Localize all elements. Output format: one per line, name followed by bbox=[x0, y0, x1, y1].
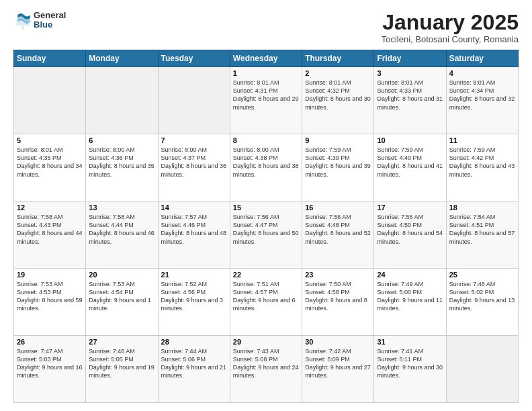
week-row-4: 19Sunrise: 7:53 AMSunset: 4:53 PMDayligh… bbox=[14, 269, 519, 336]
day-info: Sunrise: 7:50 AMSunset: 4:58 PMDaylight:… bbox=[305, 280, 371, 313]
day-number: 16 bbox=[305, 203, 371, 212]
day-number: 14 bbox=[161, 203, 227, 212]
day-info: Sunrise: 8:01 AMSunset: 4:34 PMDaylight:… bbox=[449, 79, 515, 111]
calendar-cell: 20Sunrise: 7:53 AMSunset: 4:54 PMDayligh… bbox=[86, 269, 158, 336]
day-number: 6 bbox=[89, 136, 154, 144]
page: General Blue January 2025 Tocileni, Boto… bbox=[0, 0, 532, 411]
calendar-cell: 29Sunrise: 7:43 AMSunset: 5:08 PMDayligh… bbox=[230, 336, 302, 403]
calendar-cell: 4Sunrise: 8:01 AMSunset: 4:34 PMDaylight… bbox=[446, 67, 518, 134]
calendar-table: SundayMondayTuesdayWednesdayThursdayFrid… bbox=[13, 50, 519, 403]
calendar-cell: 28Sunrise: 7:44 AMSunset: 5:06 PMDayligh… bbox=[158, 336, 230, 403]
day-info: Sunrise: 7:57 AMSunset: 4:46 PMDaylight:… bbox=[161, 213, 227, 246]
week-row-2: 5Sunrise: 8:01 AMSunset: 4:35 PMDaylight… bbox=[14, 134, 519, 201]
day-info: Sunrise: 7:59 AMSunset: 4:42 PMDaylight:… bbox=[449, 146, 515, 179]
day-info: Sunrise: 7:56 AMSunset: 4:48 PMDaylight:… bbox=[305, 213, 371, 246]
calendar-cell bbox=[86, 67, 158, 134]
location-subtitle: Tocileni, Botosani County, Romania bbox=[382, 34, 519, 44]
day-number: 2 bbox=[305, 69, 371, 77]
calendar-cell: 1Sunrise: 8:01 AMSunset: 4:31 PMDaylight… bbox=[230, 67, 302, 134]
logo-blue: Blue bbox=[34, 20, 66, 30]
day-number: 23 bbox=[305, 271, 371, 279]
day-info: Sunrise: 7:54 AMSunset: 4:51 PMDaylight:… bbox=[449, 213, 515, 246]
calendar-cell: 14Sunrise: 7:57 AMSunset: 4:46 PMDayligh… bbox=[158, 201, 230, 269]
day-info: Sunrise: 7:48 AMSunset: 5:02 PMDaylight:… bbox=[449, 280, 515, 313]
day-info: Sunrise: 7:51 AMSunset: 4:57 PMDaylight:… bbox=[233, 280, 299, 313]
day-info: Sunrise: 7:53 AMSunset: 4:54 PMDaylight:… bbox=[89, 280, 154, 313]
day-number: 11 bbox=[449, 136, 515, 144]
day-number: 22 bbox=[233, 271, 299, 279]
day-number: 26 bbox=[17, 338, 83, 346]
weekday-header-row: SundayMondayTuesdayWednesdayThursdayFrid… bbox=[14, 50, 519, 67]
calendar-cell: 7Sunrise: 8:00 AMSunset: 4:37 PMDaylight… bbox=[158, 134, 230, 201]
day-info: Sunrise: 7:55 AMSunset: 4:50 PMDaylight:… bbox=[377, 213, 443, 246]
calendar-cell: 24Sunrise: 7:49 AMSunset: 5:00 PMDayligh… bbox=[374, 269, 446, 336]
day-number: 25 bbox=[449, 271, 515, 279]
weekday-header-sunday: Sunday bbox=[14, 50, 86, 67]
calendar-cell: 22Sunrise: 7:51 AMSunset: 4:57 PMDayligh… bbox=[230, 269, 302, 336]
day-info: Sunrise: 7:47 AMSunset: 5:03 PMDaylight:… bbox=[17, 347, 83, 380]
day-number: 10 bbox=[377, 136, 443, 144]
calendar-cell: 15Sunrise: 7:56 AMSunset: 4:47 PMDayligh… bbox=[230, 201, 302, 269]
calendar-cell: 23Sunrise: 7:50 AMSunset: 4:58 PMDayligh… bbox=[302, 269, 374, 336]
day-number: 1 bbox=[233, 69, 299, 77]
day-info: Sunrise: 7:56 AMSunset: 4:47 PMDaylight:… bbox=[233, 213, 299, 246]
title-block: January 2025 Tocileni, Botosani County, … bbox=[382, 11, 519, 44]
day-number: 13 bbox=[89, 203, 154, 212]
weekday-header-friday: Friday bbox=[374, 50, 446, 67]
calendar-cell bbox=[14, 67, 86, 134]
week-row-3: 12Sunrise: 7:58 AMSunset: 4:43 PMDayligh… bbox=[14, 201, 519, 269]
calendar-cell: 26Sunrise: 7:47 AMSunset: 5:03 PMDayligh… bbox=[14, 336, 86, 403]
calendar-cell: 8Sunrise: 8:00 AMSunset: 4:38 PMDaylight… bbox=[230, 134, 302, 201]
day-number: 18 bbox=[449, 203, 515, 212]
calendar-cell: 21Sunrise: 7:52 AMSunset: 4:56 PMDayligh… bbox=[158, 269, 230, 336]
header: General Blue January 2025 Tocileni, Boto… bbox=[13, 11, 519, 44]
calendar-cell: 30Sunrise: 7:42 AMSunset: 5:09 PMDayligh… bbox=[302, 336, 374, 403]
day-number: 24 bbox=[377, 271, 443, 279]
week-row-5: 26Sunrise: 7:47 AMSunset: 5:03 PMDayligh… bbox=[14, 336, 519, 403]
calendar-cell: 18Sunrise: 7:54 AMSunset: 4:51 PMDayligh… bbox=[446, 201, 518, 269]
day-info: Sunrise: 7:49 AMSunset: 5:00 PMDaylight:… bbox=[377, 280, 443, 313]
calendar-cell bbox=[158, 67, 230, 134]
day-info: Sunrise: 8:01 AMSunset: 4:32 PMDaylight:… bbox=[305, 79, 371, 111]
day-number: 3 bbox=[377, 69, 443, 77]
calendar-cell: 2Sunrise: 8:01 AMSunset: 4:32 PMDaylight… bbox=[302, 67, 374, 134]
calendar-cell: 31Sunrise: 7:41 AMSunset: 5:11 PMDayligh… bbox=[374, 336, 446, 403]
day-info: Sunrise: 7:58 AMSunset: 4:44 PMDaylight:… bbox=[89, 213, 154, 246]
day-info: Sunrise: 8:00 AMSunset: 4:37 PMDaylight:… bbox=[161, 146, 227, 179]
weekday-header-thursday: Thursday bbox=[302, 50, 374, 67]
day-number: 30 bbox=[305, 338, 371, 346]
day-number: 7 bbox=[161, 136, 227, 144]
day-number: 9 bbox=[305, 136, 371, 144]
day-info: Sunrise: 7:59 AMSunset: 4:39 PMDaylight:… bbox=[305, 146, 371, 179]
calendar-cell: 12Sunrise: 7:58 AMSunset: 4:43 PMDayligh… bbox=[14, 201, 86, 269]
day-number: 19 bbox=[17, 271, 83, 279]
day-number: 17 bbox=[377, 203, 443, 212]
calendar-cell: 11Sunrise: 7:59 AMSunset: 4:42 PMDayligh… bbox=[446, 134, 518, 201]
logo-general: General bbox=[34, 11, 66, 20]
day-info: Sunrise: 7:58 AMSunset: 4:43 PMDaylight:… bbox=[17, 213, 83, 246]
day-number: 12 bbox=[17, 203, 83, 212]
day-number: 31 bbox=[377, 338, 443, 346]
day-info: Sunrise: 8:00 AMSunset: 4:38 PMDaylight:… bbox=[233, 146, 299, 179]
day-number: 4 bbox=[449, 69, 515, 77]
day-info: Sunrise: 7:42 AMSunset: 5:09 PMDaylight:… bbox=[305, 347, 371, 380]
weekday-header-saturday: Saturday bbox=[446, 50, 518, 67]
day-number: 8 bbox=[233, 136, 299, 144]
day-info: Sunrise: 8:00 AMSunset: 4:36 PMDaylight:… bbox=[89, 146, 154, 179]
day-info: Sunrise: 7:59 AMSunset: 4:40 PMDaylight:… bbox=[377, 146, 443, 179]
day-info: Sunrise: 7:53 AMSunset: 4:53 PMDaylight:… bbox=[17, 280, 83, 313]
day-info: Sunrise: 7:46 AMSunset: 5:05 PMDaylight:… bbox=[89, 347, 154, 380]
month-title: January 2025 bbox=[382, 11, 519, 34]
day-number: 5 bbox=[17, 136, 83, 144]
calendar-cell: 25Sunrise: 7:48 AMSunset: 5:02 PMDayligh… bbox=[446, 269, 518, 336]
day-info: Sunrise: 8:01 AMSunset: 4:33 PMDaylight:… bbox=[377, 79, 443, 111]
week-row-1: 1Sunrise: 8:01 AMSunset: 4:31 PMDaylight… bbox=[14, 67, 519, 134]
logo: General Blue bbox=[13, 11, 66, 30]
calendar-cell: 3Sunrise: 8:01 AMSunset: 4:33 PMDaylight… bbox=[374, 67, 446, 134]
day-info: Sunrise: 7:41 AMSunset: 5:11 PMDaylight:… bbox=[377, 347, 443, 380]
logo-icon bbox=[13, 11, 32, 30]
weekday-header-tuesday: Tuesday bbox=[158, 50, 230, 67]
calendar-cell: 13Sunrise: 7:58 AMSunset: 4:44 PMDayligh… bbox=[86, 201, 158, 269]
calendar-cell: 16Sunrise: 7:56 AMSunset: 4:48 PMDayligh… bbox=[302, 201, 374, 269]
day-number: 29 bbox=[233, 338, 299, 346]
